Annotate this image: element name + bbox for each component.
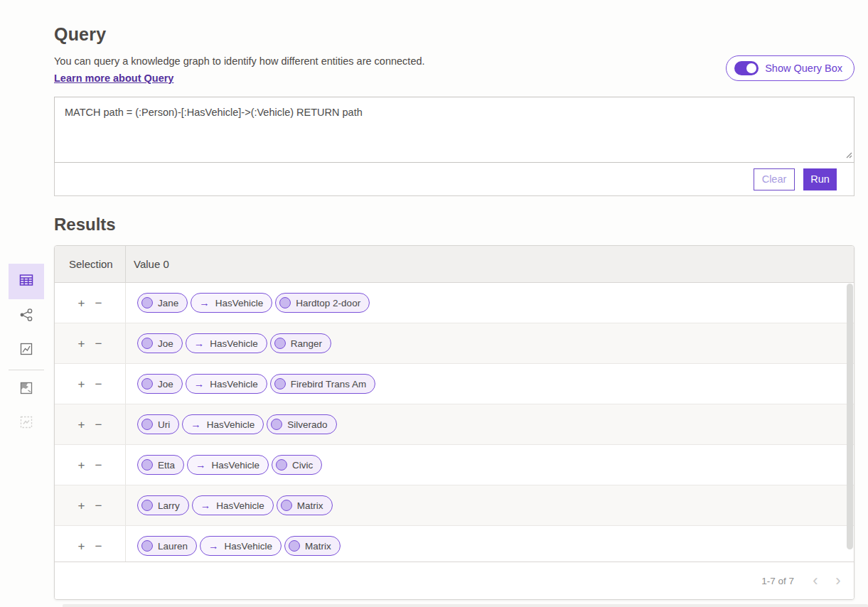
entity-node-icon (271, 419, 282, 430)
learn-more-link[interactable]: Learn more about Query (54, 72, 173, 84)
pill-label: Ranger (291, 338, 322, 349)
entity-node-icon (274, 338, 286, 349)
results-title: Results (54, 215, 854, 235)
entity-node-icon (141, 540, 153, 552)
row-value-cell: Larry → HasVehicle Matrix (126, 485, 854, 525)
remove-from-selection-button[interactable]: − (95, 297, 102, 309)
show-query-box-toggle[interactable]: Show Query Box (726, 55, 854, 81)
run-button[interactable]: Run (803, 168, 837, 190)
pagination-prev-button[interactable]: ‹ (804, 572, 827, 589)
entity-pill-target[interactable]: Silverado (267, 414, 336, 434)
relationship-pill[interactable]: → HasVehicle (187, 455, 269, 475)
sidebar-item-table-view[interactable] (9, 264, 44, 299)
entity-node-icon (276, 459, 287, 471)
pill-label: Civic (292, 460, 313, 471)
add-to-selection-button[interactable]: + (78, 338, 85, 350)
pagination-range: 1-7 of 7 (761, 576, 794, 586)
pill-label: Lauren (158, 541, 188, 552)
line-chart-icon (19, 342, 33, 359)
map-icon (19, 381, 33, 398)
add-to-selection-button[interactable]: + (78, 419, 85, 431)
row-selection-cell: + − (55, 404, 126, 444)
toggle-switch-icon[interactable] (734, 61, 759, 75)
entity-node-icon (274, 378, 286, 390)
pill-label: HasVehicle (225, 541, 273, 552)
relationship-pill[interactable]: → HasVehicle (191, 293, 272, 313)
pill-label: Etta (158, 460, 175, 471)
pill-label: Hardtop 2-door (296, 298, 360, 308)
column-header-value: Value 0 (126, 258, 854, 270)
entity-pill-target[interactable]: Matrix (277, 495, 333, 515)
entity-node-icon (141, 459, 153, 471)
row-selection-cell: + − (55, 323, 126, 363)
entity-pill-target[interactable]: Civic (272, 455, 322, 475)
entity-node-icon (141, 338, 153, 349)
entity-pill-source[interactable]: Etta (137, 455, 184, 475)
row-value-cell: Joe → HasVehicle Ranger (126, 323, 854, 363)
table-row: + − Jane → HasVehicle Hardtop 2-door (55, 283, 854, 323)
pill-label: HasVehicle (210, 338, 258, 349)
sidebar-item-chart-view[interactable] (9, 333, 44, 367)
arrow-right-icon: → (194, 338, 205, 349)
relationship-pill[interactable]: → HasVehicle (192, 495, 274, 515)
pill-label: HasVehicle (210, 379, 258, 390)
sidebar-item-new-view[interactable] (9, 407, 44, 441)
row-selection-cell: + − (55, 526, 126, 562)
entity-pill-source[interactable]: Lauren (137, 536, 197, 556)
relationship-pill[interactable]: → HasVehicle (182, 414, 264, 434)
entity-pill-target[interactable]: Firebird Trans Am (270, 374, 376, 394)
table-row: + − Uri → HasVehicle Silverado (55, 404, 854, 445)
entity-node-icon (141, 500, 153, 511)
entity-pill-target[interactable]: Matrix (284, 536, 341, 556)
view-sidebar (9, 264, 44, 441)
entity-pill-source[interactable]: Jane (137, 293, 188, 313)
pill-label: Firebird Trans Am (291, 379, 367, 390)
pagination-next-button[interactable]: › (827, 572, 850, 589)
entity-pill-source[interactable]: Uri (137, 414, 179, 434)
entity-pill-source[interactable]: Joe (137, 374, 183, 394)
remove-from-selection-button[interactable]: − (95, 540, 102, 552)
relationship-pill[interactable]: → HasVehicle (200, 536, 282, 556)
entity-pill-source[interactable]: Joe (137, 333, 183, 353)
table-header: Selection Value 0 (55, 246, 854, 283)
table-footer: 1-7 of 7 ‹ › (55, 562, 854, 599)
pill-label: Joe (158, 379, 173, 390)
add-to-selection-button[interactable]: + (78, 378, 85, 390)
row-selection-cell: + − (55, 283, 126, 323)
pill-label: HasVehicle (215, 298, 264, 308)
page-bottom-divider (63, 604, 868, 607)
row-value-cell: Lauren → HasVehicle Matrix (126, 526, 854, 562)
relationship-pill[interactable]: → HasVehicle (186, 333, 267, 353)
entity-pill-target[interactable]: Ranger (270, 333, 331, 353)
remove-from-selection-button[interactable]: − (95, 338, 102, 350)
arrow-right-icon: → (194, 379, 205, 390)
pill-label: HasVehicle (212, 460, 260, 471)
arrow-right-icon: → (195, 460, 206, 471)
add-to-selection-button[interactable]: + (78, 500, 85, 512)
rows-list: + − Jane → HasVehicle Hardtop 2-door + − (55, 283, 854, 562)
entity-pill-target[interactable]: Hardtop 2-door (275, 293, 370, 313)
arrow-right-icon: → (200, 500, 211, 511)
row-value-cell: Jane → HasVehicle Hardtop 2-door (126, 283, 854, 323)
scrollbar-thumb[interactable] (847, 284, 853, 549)
remove-from-selection-button[interactable]: − (95, 378, 102, 390)
clear-button[interactable]: Clear (754, 168, 795, 190)
sidebar-item-link-chart-view[interactable] (9, 299, 44, 333)
remove-from-selection-button[interactable]: − (95, 459, 102, 471)
sidebar-item-map-view[interactable] (9, 372, 44, 407)
relationship-pill[interactable]: → HasVehicle (186, 374, 267, 394)
add-to-selection-button[interactable]: + (78, 540, 85, 552)
remove-from-selection-button[interactable]: − (95, 419, 102, 431)
table-icon (18, 272, 34, 291)
entity-node-icon (289, 540, 300, 552)
query-input[interactable]: MATCH path = (:Person)-[:HasVehicle]->(:… (54, 97, 854, 163)
table-row: + − Lauren → HasVehicle Matrix (55, 526, 854, 562)
remove-from-selection-button[interactable]: − (95, 500, 102, 512)
add-to-selection-button[interactable]: + (78, 459, 85, 471)
entity-pill-source[interactable]: Larry (137, 495, 189, 515)
page-title: Query (54, 24, 854, 45)
arrow-right-icon: → (191, 419, 201, 430)
link-chart-icon (18, 307, 34, 326)
add-to-selection-button[interactable]: + (78, 297, 85, 309)
row-value-cell: Joe → HasVehicle Firebird Trans Am (126, 364, 854, 404)
